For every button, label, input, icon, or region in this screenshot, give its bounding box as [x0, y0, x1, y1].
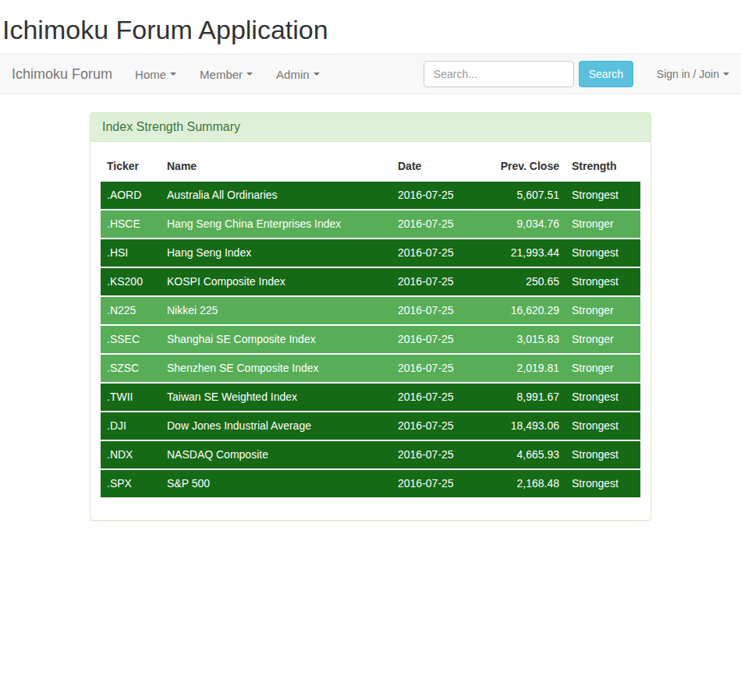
search-button[interactable]: Search	[579, 61, 633, 87]
prev-close-cell: 21,993.44	[493, 239, 566, 267]
index-strength-table: TickerNameDatePrev. CloseStrength .AORDA…	[101, 152, 640, 497]
ticker-cell: .HSI	[101, 239, 161, 267]
nav-item-home[interactable]: Home	[123, 54, 188, 94]
search-input[interactable]	[424, 61, 574, 87]
name-cell: Australia All Ordinaries	[161, 181, 392, 210]
index-table-body: .AORDAustralia All Ordinaries2016-07-255…	[101, 181, 640, 497]
strength-cell: Stronger	[566, 354, 640, 383]
column-header-strength: Strength	[566, 152, 640, 181]
strength-cell: Stronger	[566, 210, 640, 239]
sign-in-join-label: Sign in / Join	[657, 68, 719, 80]
table-row: .N225Nikkei 2252016-07-2516,620.29Strong…	[101, 296, 640, 325]
name-cell: Shenzhen SE Composite Index	[161, 354, 392, 383]
strength-cell: Strongest	[566, 383, 640, 412]
caret-down-icon	[170, 72, 176, 76]
name-cell: Dow Jones Industrial Average	[161, 412, 392, 440]
table-row: .NDXNASDAQ Composite2016-07-254,665.93St…	[101, 440, 640, 469]
prev-close-cell: 3,015.83	[493, 325, 566, 354]
prev-close-cell: 5,607.51	[493, 181, 566, 210]
ticker-cell: .N225	[101, 296, 161, 325]
prev-close-cell: 18,493.06	[493, 412, 566, 440]
nav-item-admin[interactable]: Admin	[264, 54, 332, 94]
name-cell: KOSPI Composite Index	[161, 267, 392, 296]
strength-cell: Strongest	[566, 412, 640, 440]
name-cell: Shanghai SE Composite Index	[161, 325, 392, 354]
ticker-cell: .NDX	[101, 440, 161, 469]
panel-body: TickerNameDatePrev. CloseStrength .AORDA…	[90, 142, 651, 520]
strength-cell: Strongest	[566, 469, 640, 497]
strength-cell: Strongest	[566, 440, 640, 469]
strength-cell: Strongest	[566, 181, 640, 210]
strength-cell: Strongest	[566, 267, 640, 296]
nav-item-member-label: Member	[200, 68, 243, 81]
ticker-cell: .SSEC	[101, 325, 161, 354]
date-cell: 2016-07-25	[392, 440, 493, 469]
date-cell: 2016-07-25	[392, 267, 493, 296]
ticker-cell: .HSCE	[101, 210, 161, 239]
prev-close-cell: 8,991.67	[493, 383, 566, 412]
strength-cell: Strongest	[566, 239, 640, 267]
prev-close-cell: 250.65	[493, 267, 566, 296]
ticker-cell: .SPX	[101, 469, 161, 497]
date-cell: 2016-07-25	[392, 296, 493, 325]
strength-cell: Stronger	[566, 325, 640, 354]
prev-close-cell: 16,620.29	[493, 296, 566, 325]
name-cell: S&P 500	[161, 469, 392, 497]
table-row: .TWIITaiwan SE Weighted Index2016-07-258…	[101, 383, 640, 412]
name-cell: Nikkei 225	[161, 296, 392, 325]
nav-item-home-label: Home	[135, 68, 166, 81]
ticker-cell: .SZSC	[101, 354, 161, 383]
prev-close-cell: 2,019.81	[493, 354, 566, 383]
page-title: Ichimoku Forum Application	[2, 14, 741, 45]
name-cell: Taiwan SE Weighted Index	[161, 383, 392, 412]
column-header-prev-close: Prev. Close	[493, 152, 566, 181]
table-row: .SZSCShenzhen SE Composite Index2016-07-…	[101, 354, 640, 383]
navbar-right: Search Sign in / Join	[424, 61, 729, 87]
table-row: .SPXS&P 5002016-07-252,168.48Strongest	[101, 469, 640, 497]
date-cell: 2016-07-25	[392, 383, 493, 412]
ticker-cell: .TWII	[101, 383, 161, 412]
name-cell: Hang Seng Index	[161, 239, 392, 267]
name-cell: Hang Seng China Enterprises Index	[161, 210, 392, 239]
column-header-date: Date	[392, 152, 493, 181]
caret-down-icon	[314, 72, 320, 76]
nav-item-admin-label: Admin	[276, 68, 310, 81]
column-header-ticker: Ticker	[101, 152, 161, 181]
table-row: .KS200KOSPI Composite Index2016-07-25250…	[101, 267, 640, 296]
caret-down-icon	[246, 72, 253, 76]
date-cell: 2016-07-25	[392, 181, 493, 210]
table-row: .HSCEHang Seng China Enterprises Index20…	[101, 210, 640, 239]
table-row: .AORDAustralia All Ordinaries2016-07-255…	[101, 181, 640, 210]
navbar-nav: Home Member Admin	[123, 54, 332, 94]
panel-heading: Index Strength Summary	[90, 113, 651, 142]
date-cell: 2016-07-25	[392, 239, 493, 267]
name-cell: NASDAQ Composite	[161, 440, 392, 469]
navbar-brand[interactable]: Ichimoku Forum	[12, 66, 112, 83]
sign-in-join-menu[interactable]: Sign in / Join	[657, 68, 729, 80]
prev-close-cell: 9,034.76	[493, 210, 566, 239]
nav-item-member[interactable]: Member	[188, 54, 264, 94]
prev-close-cell: 2,168.48	[493, 469, 566, 497]
caret-down-icon	[723, 72, 729, 76]
strength-cell: Stronger	[566, 296, 640, 325]
table-header-row: TickerNameDatePrev. CloseStrength	[101, 152, 640, 181]
date-cell: 2016-07-25	[392, 354, 493, 383]
prev-close-cell: 4,665.93	[493, 440, 566, 469]
navbar: Ichimoku Forum Home Member Admin Search …	[0, 54, 741, 94]
index-strength-panel: Index Strength Summary TickerNameDatePre…	[90, 112, 651, 521]
date-cell: 2016-07-25	[392, 325, 493, 354]
table-row: .HSIHang Seng Index2016-07-2521,993.44St…	[101, 239, 640, 267]
main-container: Index Strength Summary TickerNameDatePre…	[90, 112, 651, 521]
table-row: .DJIDow Jones Industrial Average2016-07-…	[101, 412, 640, 440]
column-header-name: Name	[161, 152, 392, 181]
date-cell: 2016-07-25	[392, 210, 493, 239]
ticker-cell: .KS200	[101, 267, 161, 296]
date-cell: 2016-07-25	[392, 412, 493, 440]
ticker-cell: .DJI	[101, 412, 161, 440]
date-cell: 2016-07-25	[392, 469, 493, 497]
table-row: .SSECShanghai SE Composite Index2016-07-…	[101, 325, 640, 354]
ticker-cell: .AORD	[101, 181, 161, 210]
